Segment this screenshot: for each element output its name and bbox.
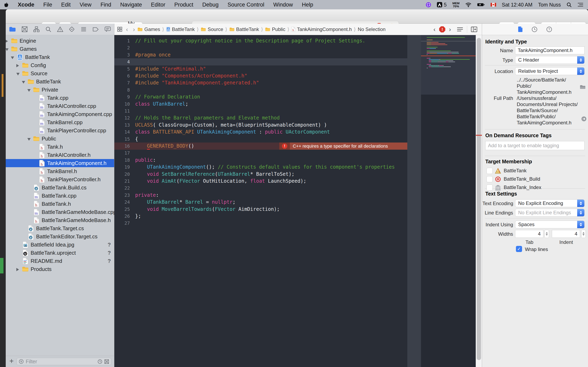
wrap-lines-checkbox[interactable]: ✓ [516, 246, 522, 252]
target-checkbox[interactable] [486, 176, 493, 182]
disclosure-open-icon[interactable] [11, 57, 14, 59]
wifi-icon[interactable] [465, 2, 471, 7]
breakpoint-navigator-icon[interactable] [93, 27, 99, 32]
spotlight-search-icon[interactable] [567, 2, 572, 7]
tree-row-public[interactable]: Public [6, 134, 114, 143]
tree-row-battletankeditor-target-cs[interactable]: #BattleTankEditor.Target.cs [6, 233, 114, 241]
code-line-19[interactable]: 19 UTankAimingComponent(); // Constructs… [114, 164, 407, 171]
odr-tags-input[interactable]: Add to a target to enable tagging [485, 141, 585, 150]
forward-chevron-icon[interactable]: › [130, 26, 138, 33]
code-line-13[interactable]: 13UCLASS( ClassGroup=(Custom), meta=(Blu… [114, 122, 407, 129]
code-line-7[interactable]: 7#include "TankAimingComponent.generated… [114, 79, 407, 86]
filter-input[interactable]: Filter [17, 358, 111, 365]
code-line-20[interactable]: 20 void SetBarrelReference(UTankBarrel* … [114, 171, 407, 178]
editor-scrollbar[interactable] [476, 35, 482, 367]
breadcrumb-source[interactable]: Source [201, 26, 223, 32]
disclosure-open-icon[interactable] [6, 48, 9, 51]
tree-row-tankbarrel-h[interactable]: hTankBarrel.h [6, 167, 114, 175]
code-line-14[interactable]: 14class BATTLETANK_API UTankAimingCompon… [114, 128, 407, 136]
menu-view[interactable]: View [80, 2, 91, 8]
back-chevron-icon[interactable]: ‹ [123, 26, 130, 33]
tree-row-engine[interactable]: Engine [6, 37, 114, 45]
scrollbar-thumb[interactable] [477, 38, 481, 360]
menu-find[interactable]: Find [100, 2, 111, 8]
tab-width-field[interactable]: 4 [515, 230, 543, 238]
menu-debug[interactable]: Debug [202, 2, 219, 8]
test-navigator-icon[interactable] [69, 26, 75, 32]
code-line-6[interactable]: 6#include "Components/ActorComponent.h" [114, 72, 407, 80]
breadcrumb-no-selection[interactable]: No Selection [358, 26, 385, 32]
choose-folder-icon[interactable] [580, 85, 586, 90]
symbol-navigator-icon[interactable] [33, 26, 40, 32]
code-line-2[interactable]: 2 [114, 44, 407, 51]
breadcrumb-battletank[interactable]: BattleTank [166, 26, 195, 32]
code-line-25[interactable]: 25 void MoveBarrelTowards(FVector AimDir… [114, 206, 407, 213]
disclosure-open-icon[interactable] [22, 81, 25, 83]
location-dropdown[interactable]: Relative to Project [515, 67, 585, 75]
disclosure-closed-icon[interactable] [16, 64, 19, 67]
breadcrumb-games[interactable]: Games [138, 26, 160, 32]
code-line-23[interactable]: 23private: [114, 192, 407, 199]
menu-window[interactable]: Window [273, 2, 293, 8]
disclosure-closed-icon[interactable] [6, 40, 8, 43]
menu-editor[interactable]: Editor [151, 2, 165, 8]
tree-row-source[interactable]: Source [6, 69, 114, 77]
editor-minimap[interactable] [421, 35, 476, 367]
indent-width-field[interactable]: 4 [552, 230, 580, 238]
menu-user[interactable]: Tom Nuss [538, 2, 561, 8]
code-line-26[interactable]: 26}; [114, 213, 407, 220]
tree-row-tankaimingcomponent-cpp[interactable]: mTankAimingComponent.cpp [6, 110, 114, 118]
issue-navigator-icon[interactable] [57, 26, 63, 32]
code-line-12[interactable]: 12// Holds the Barrel parameters and Ele… [114, 114, 407, 122]
add-file-button[interactable]: + [9, 357, 14, 365]
menu-edit[interactable]: Edit [61, 2, 71, 8]
target-checkbox[interactable] [486, 168, 493, 174]
find-navigator-icon[interactable] [45, 26, 51, 32]
tree-row-config[interactable]: Config [6, 61, 114, 69]
tree-row-tankbarrel-cpp[interactable]: mTankBarrel.cpp [6, 118, 114, 126]
debug-navigator-icon[interactable] [80, 26, 87, 32]
tree-row-tankaicontroller-h[interactable]: hTankAIController.h [6, 151, 114, 159]
tree-row-private[interactable]: Private [6, 86, 114, 94]
code-line-5[interactable]: 5#include "CoreMinimal.h" [114, 66, 407, 73]
purple-app-menu-icon[interactable] [426, 2, 431, 8]
recent-files-clock-icon[interactable] [98, 359, 102, 364]
source-control-status-filter-icon[interactable] [104, 359, 109, 364]
battery-icon[interactable] [477, 3, 485, 7]
line-endings-dropdown[interactable]: No Explicit Line Endings [515, 209, 585, 217]
tree-row-battletank[interactable]: BattleTank [6, 53, 114, 61]
disclosure-open-icon[interactable] [16, 73, 20, 75]
issue-badge-icon[interactable]: ! [439, 26, 445, 33]
tree-row-battletank-h[interactable]: hBattleTank.h [6, 200, 114, 208]
code-line-21[interactable]: 21 void AimAt(FVector OutHitLocation, fl… [114, 178, 407, 185]
tree-row-battletank-uproject[interactable]: UBattleTank.uproject? [6, 249, 114, 257]
menu-navigate[interactable]: Navigate [120, 2, 142, 8]
code-line-22[interactable]: 22 [114, 184, 407, 192]
code-line-11[interactable]: 11 [114, 108, 407, 115]
tree-row-readme-md[interactable]: README.md? [6, 257, 114, 265]
breadcrumb-public[interactable]: Public [265, 26, 285, 32]
tree-row-games[interactable]: Games [6, 45, 114, 53]
notification-center-icon[interactable] [577, 2, 584, 7]
tree-row-battletank-build-cs[interactable]: #BattleTank.Build.cs [6, 184, 114, 192]
menu-help[interactable]: Help [302, 2, 313, 8]
indent-width-stepper[interactable] [581, 230, 586, 238]
code-line-1[interactable]: 1// Fill out your copyright notice in th… [114, 37, 407, 44]
source-editor[interactable]: 1// Fill out your copyright notice in th… [114, 35, 407, 367]
project-navigator-icon[interactable] [9, 26, 16, 32]
code-line-24[interactable]: 24 UTankBarrel* Barrel = nullptr; [114, 199, 407, 206]
tree-row-battletankgamemodebase-cpp[interactable]: mBattleTankGameModeBase.cpp [6, 208, 114, 216]
breadcrumb-battletank[interactable]: BattleTank [229, 26, 259, 32]
code-line-10[interactable]: 10class UTankBarrel; [114, 100, 407, 108]
code-line-27[interactable]: 27 [114, 220, 407, 227]
menu-clock[interactable]: Sat 12:40 AM [502, 2, 532, 8]
code-line-4[interactable]: 4 [114, 58, 407, 66]
memory-status[interactable]: MEM70% [452, 2, 459, 8]
target-checkbox[interactable] [486, 184, 493, 191]
type-dropdown[interactable]: C Header [515, 56, 585, 64]
tab-width-stepper[interactable] [545, 230, 549, 238]
tree-row-battletankgamemodebase-h[interactable]: hBattleTankGameModeBase.h [6, 216, 114, 224]
tree-row-tank-h[interactable]: hTank.h [6, 143, 114, 151]
file-inspector-tab[interactable] [518, 26, 523, 32]
text-encoding-dropdown[interactable]: No Explicit Encoding [515, 200, 585, 207]
